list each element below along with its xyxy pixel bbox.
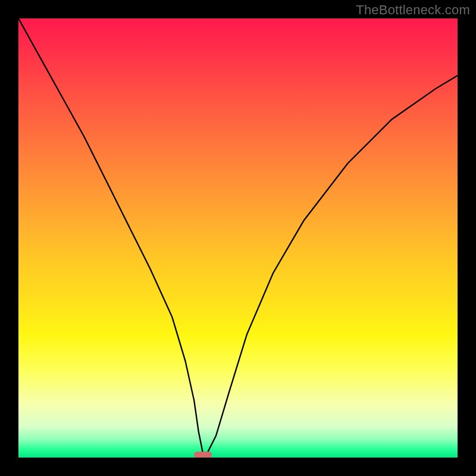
chart-frame: TheBottleneck.com: [0, 0, 476, 476]
bottleneck-curve: [18, 18, 458, 458]
plot-area: [18, 18, 458, 458]
minimum-marker: [194, 452, 212, 458]
watermark-text: TheBottleneck.com: [356, 2, 470, 18]
